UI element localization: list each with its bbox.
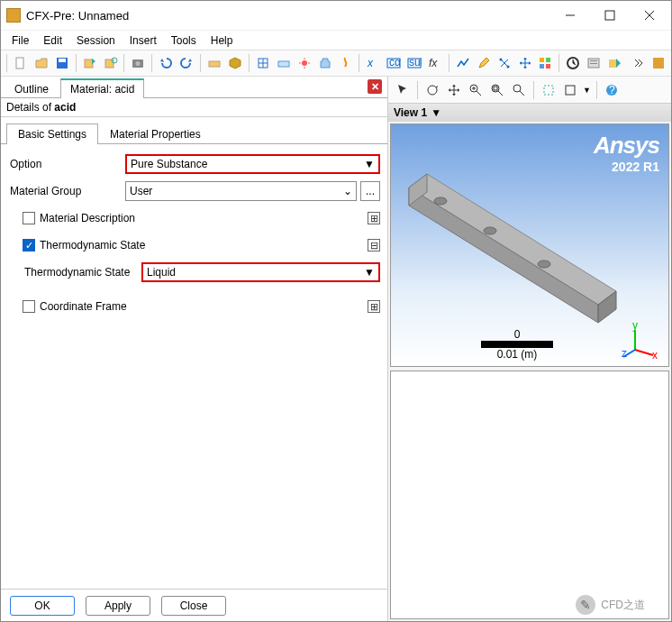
tab-material[interactable]: Material: acid <box>60 78 144 98</box>
select-icon[interactable] <box>394 81 412 99</box>
solver-control-icon[interactable] <box>564 54 582 72</box>
tab-close-button[interactable]: ✕ <box>368 79 382 94</box>
option-dropdown[interactable]: Pure Substance ▼ <box>125 154 380 174</box>
redo-icon[interactable] <box>177 54 195 72</box>
edit-icon[interactable] <box>475 54 493 72</box>
interface-icon[interactable] <box>495 54 513 72</box>
svg-rect-41 <box>494 87 497 90</box>
menu-help[interactable]: Help <box>204 32 241 49</box>
open-icon[interactable] <box>32 54 50 72</box>
svg-text:y: y <box>632 323 638 332</box>
left-pane: Outline Material: acid ✕ Details of acid… <box>1 77 388 621</box>
monitor-icon[interactable] <box>454 54 472 72</box>
thermodynamic-state-collapser[interactable]: ⊟ <box>368 239 380 252</box>
menu-insert[interactable]: Insert <box>123 32 164 49</box>
mesh-reload-icon[interactable] <box>102 54 120 72</box>
reaction-icon[interactable] <box>336 54 354 72</box>
snapshot-icon[interactable] <box>129 54 147 72</box>
run-icon[interactable] <box>605 54 623 72</box>
undo-icon[interactable] <box>157 54 175 72</box>
watermark-icon: ✎ <box>576 595 595 615</box>
material-description-label: Material Description <box>40 212 364 224</box>
close-button[interactable]: Close <box>161 596 226 616</box>
mesh-import-icon[interactable] <box>81 54 99 72</box>
svg-line-43 <box>520 91 524 96</box>
simulation-icon[interactable] <box>205 54 223 72</box>
material-description-expander[interactable]: ⊞ <box>368 212 380 224</box>
thermodynamic-state-dropdown[interactable]: Liquid ▼ <box>141 262 380 282</box>
details-header: Details of acid <box>1 98 387 117</box>
domain-icon[interactable] <box>226 54 244 72</box>
apply-button[interactable]: Apply <box>86 596 150 616</box>
variable-icon[interactable]: x <box>364 54 382 72</box>
coordinate-frame-checkbox[interactable] <box>23 300 35 313</box>
help-icon[interactable]: ? <box>603 81 621 99</box>
svg-line-40 <box>498 91 503 96</box>
wireframe-icon[interactable] <box>561 81 579 99</box>
output-control-icon[interactable] <box>585 54 603 72</box>
subtab-material-properties[interactable]: Material Properties <box>98 123 213 144</box>
view-header[interactable]: View 1 ▼ <box>388 104 671 122</box>
thermodynamic-state-checkbox[interactable] <box>23 239 35 252</box>
cel-icon[interactable]: cα <box>385 54 403 72</box>
toolbar-more-icon[interactable] <box>629 54 647 72</box>
source-icon[interactable] <box>295 54 313 72</box>
material-group-more-button[interactable]: ... <box>360 181 380 201</box>
svg-text:sub: sub <box>409 56 422 69</box>
svg-text:cα: cα <box>389 56 401 69</box>
svg-rect-32 <box>609 59 617 68</box>
material-description-checkbox[interactable] <box>23 212 35 224</box>
menu-file[interactable]: File <box>5 32 36 49</box>
subtab-basic-settings[interactable]: Basic Settings <box>6 123 98 144</box>
view-toolbar: ▼ ? <box>388 77 671 104</box>
close-window-button[interactable] <box>630 2 669 29</box>
basic-settings-form: Option Pure Substance ▼ Material Group U… <box>1 144 387 589</box>
minimize-button[interactable] <box>550 2 590 29</box>
thermodynamic-state-label: Thermodynamic State <box>8 266 141 279</box>
subdomain-icon[interactable] <box>275 54 293 72</box>
svg-marker-48 <box>409 174 616 305</box>
menu-tools[interactable]: Tools <box>164 32 204 49</box>
fit-icon[interactable] <box>510 81 528 99</box>
zoom-box-icon[interactable] <box>488 81 506 99</box>
titlebar: CFX-Pre: Unnamed <box>1 1 671 30</box>
view-header-arrow-icon: ▼ <box>431 106 441 119</box>
adapt-icon[interactable] <box>536 54 554 72</box>
move-icon[interactable] <box>516 54 534 72</box>
save-icon[interactable] <box>53 54 71 72</box>
menubar: File Edit Session Insert Tools Help <box>1 30 671 50</box>
svg-point-11 <box>136 61 141 66</box>
sub-icon[interactable]: sub <box>405 54 423 72</box>
svg-text:fx: fx <box>429 57 438 69</box>
svg-rect-8 <box>105 59 114 68</box>
3d-viewport[interactable]: Ansys 2022 R1 0 <box>390 123 669 367</box>
menu-session[interactable]: Session <box>69 32 123 49</box>
button-bar: OK Apply Close <box>1 589 387 621</box>
fx-icon[interactable]: fx <box>426 54 444 72</box>
toolbar-end-icon[interactable] <box>649 54 667 72</box>
menu-edit[interactable]: Edit <box>36 32 69 49</box>
svg-point-42 <box>513 85 521 92</box>
svg-point-15 <box>302 60 307 66</box>
rotate-icon[interactable] <box>423 81 441 99</box>
svg-point-34 <box>428 86 437 95</box>
new-icon[interactable] <box>12 54 30 72</box>
boundary-icon[interactable] <box>254 54 272 72</box>
coordinate-frame-expander[interactable]: ⊞ <box>368 300 380 313</box>
maximize-button[interactable] <box>590 2 630 29</box>
dropdown-arrow-icon[interactable]: ▼ <box>583 86 591 95</box>
tab-outline[interactable]: Outline <box>5 79 59 98</box>
svg-point-23 <box>506 66 509 69</box>
material-icon[interactable] <box>316 54 334 72</box>
svg-rect-1 <box>605 11 614 20</box>
scale-value: 0.01 (m) <box>481 348 553 361</box>
ok-button[interactable]: OK <box>10 596 75 616</box>
svg-rect-7 <box>85 59 93 68</box>
zoom-in-icon[interactable] <box>467 81 485 99</box>
material-group-dropdown[interactable]: User ⌄ <box>125 181 357 201</box>
svg-rect-27 <box>546 64 550 69</box>
svg-point-22 <box>499 59 502 61</box>
pan-icon[interactable] <box>445 81 463 99</box>
highlight-icon[interactable] <box>540 81 558 99</box>
dropdown-arrow-icon: ▼ <box>364 158 375 170</box>
